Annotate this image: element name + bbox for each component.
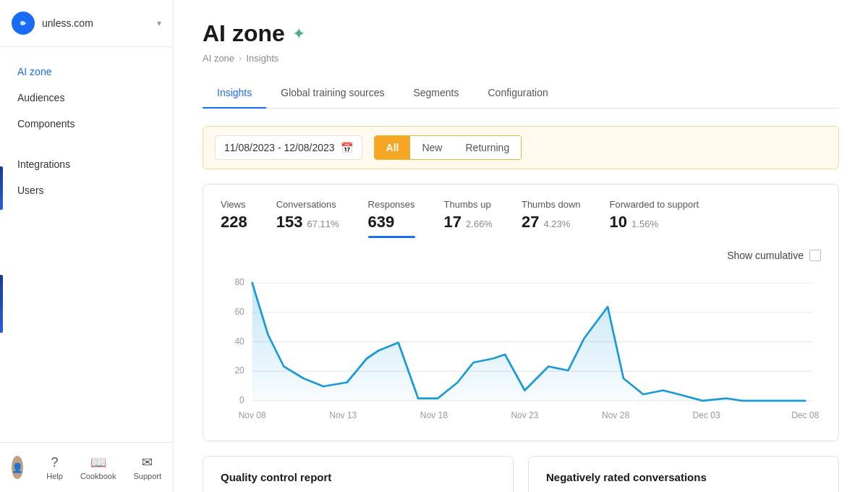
support-label: Support bbox=[133, 472, 161, 480]
svg-text:60: 60 bbox=[234, 307, 244, 317]
app-logo bbox=[12, 12, 35, 35]
sidebar-nav: AI zone Audiences Components Integration… bbox=[0, 47, 173, 442]
cumulative-checkbox[interactable] bbox=[809, 250, 821, 261]
cumulative-row: Show cumulative bbox=[221, 250, 821, 261]
stat-thumbs-up-pct: 2.66% bbox=[466, 219, 493, 229]
stat-responses-value: 639 bbox=[368, 213, 395, 232]
domain-label: unless.com bbox=[42, 17, 150, 29]
tab-segments[interactable]: Segments bbox=[399, 78, 473, 109]
negatively-rated-card: Negatively rated conversations bbox=[528, 456, 839, 492]
quality-control-card: Quality control report bbox=[203, 456, 514, 492]
help-label: Help bbox=[46, 472, 63, 480]
stat-conversations-label: Conversations bbox=[276, 199, 339, 210]
stat-thumbs-up-value: 17 bbox=[444, 213, 461, 232]
sidebar-header[interactable]: unless.com ▾ bbox=[0, 0, 173, 47]
svg-text:Nov 18: Nov 18 bbox=[420, 410, 448, 420]
sparkle-icon: ✦ bbox=[292, 25, 305, 43]
filter-new-btn[interactable]: New bbox=[410, 136, 454, 159]
sidebar-item-components[interactable]: Components bbox=[0, 111, 173, 137]
stat-conversations: Conversations 153 67.11% bbox=[276, 199, 339, 238]
stat-responses: Responses 639 bbox=[368, 199, 415, 238]
calendar-icon: 📅 bbox=[341, 142, 353, 153]
stat-responses-underline bbox=[368, 236, 415, 238]
svg-text:80: 80 bbox=[234, 277, 244, 287]
help-icon: ? bbox=[51, 455, 59, 470]
svg-text:0: 0 bbox=[239, 395, 244, 405]
svg-text:Nov 28: Nov 28 bbox=[602, 410, 629, 420]
tab-configuration[interactable]: Configuration bbox=[473, 78, 562, 109]
sidebar-item-ai-zone[interactable]: AI zone bbox=[0, 59, 173, 85]
sidebar: unless.com ▾ AI zone Audiences Component… bbox=[0, 0, 174, 492]
stat-thumbs-up: Thumbs up 17 2.66% bbox=[444, 199, 493, 238]
cumulative-label: Show cumulative bbox=[727, 250, 804, 261]
user-filter-group: All New Returning bbox=[374, 135, 522, 160]
breadcrumb-root[interactable]: AI zone bbox=[203, 53, 234, 64]
stat-views-label: Views bbox=[221, 199, 247, 210]
stat-forwarded-label: Forwarded to support bbox=[610, 199, 699, 210]
breadcrumb-separator: › bbox=[239, 53, 242, 64]
filter-bar: 11/08/2023 - 12/08/2023 📅 All New Return… bbox=[203, 126, 839, 169]
page-title: AI zone bbox=[203, 20, 285, 47]
stat-thumbs-down-value: 27 bbox=[522, 213, 539, 232]
stat-forwarded-value: 10 bbox=[610, 213, 627, 232]
tab-insights[interactable]: Insights bbox=[203, 78, 266, 109]
sidebar-item-integrations[interactable]: Integrations bbox=[0, 151, 173, 177]
cookbook-label: Cookbook bbox=[80, 472, 116, 480]
svg-text:Dec 08: Dec 08 bbox=[791, 410, 819, 420]
stats-card: Views 228 Conversations 153 67.11% Respo… bbox=[203, 184, 839, 441]
svg-text:Nov 08: Nov 08 bbox=[239, 410, 266, 420]
tab-global-training[interactable]: Global training sources bbox=[266, 78, 399, 109]
svg-text:Nov 13: Nov 13 bbox=[329, 410, 357, 420]
sidebar-accent-bottom bbox=[0, 275, 3, 333]
bottom-cards: Quality control report Negatively rated … bbox=[203, 456, 839, 492]
sidebar-item-users[interactable]: Users bbox=[0, 177, 173, 203]
page-header: AI zone ✦ bbox=[203, 20, 839, 47]
stat-thumbs-down-label: Thumbs down bbox=[522, 199, 581, 210]
sidebar-item-audiences[interactable]: Audiences bbox=[0, 85, 173, 111]
stat-responses-label: Responses bbox=[368, 199, 415, 210]
chevron-down-icon: ▾ bbox=[157, 18, 161, 28]
stat-views: Views 228 bbox=[221, 199, 247, 238]
stat-conversations-value: 153 bbox=[276, 213, 303, 232]
filter-all-btn[interactable]: All bbox=[375, 136, 411, 159]
stat-forwarded: Forwarded to support 10 1.56% bbox=[610, 199, 699, 238]
chart-svg: 80 60 40 20 0 Nov 08 Nov 13 bbox=[221, 267, 821, 426]
footer-support[interactable]: ✉ Support bbox=[133, 454, 161, 480]
date-range-picker[interactable]: 11/08/2023 - 12/08/2023 📅 bbox=[215, 135, 362, 160]
support-icon: ✉ bbox=[142, 454, 153, 470]
negatively-rated-title: Negatively rated conversations bbox=[546, 471, 707, 483]
stats-row: Views 228 Conversations 153 67.11% Respo… bbox=[221, 199, 821, 238]
stat-conversations-pct: 67.11% bbox=[307, 219, 339, 229]
cookbook-icon: 📖 bbox=[90, 454, 106, 470]
footer-cookbook[interactable]: 📖 Cookbook bbox=[80, 454, 116, 480]
svg-text:Dec 03: Dec 03 bbox=[693, 410, 720, 420]
date-range-value: 11/08/2023 - 12/08/2023 bbox=[224, 142, 335, 153]
footer-help[interactable]: ? Help bbox=[46, 455, 63, 480]
quality-control-title: Quality control report bbox=[221, 471, 331, 483]
filter-returning-btn[interactable]: Returning bbox=[454, 136, 521, 159]
svg-text:40: 40 bbox=[234, 336, 244, 347]
stat-thumbs-up-label: Thumbs up bbox=[444, 199, 493, 210]
tabs-nav: Insights Global training sources Segment… bbox=[203, 78, 839, 109]
stat-thumbs-down: Thumbs down 27 4.23% bbox=[522, 199, 581, 238]
stat-thumbs-down-pct: 4.23% bbox=[543, 219, 570, 229]
breadcrumb-current: Insights bbox=[246, 53, 278, 64]
breadcrumb: AI zone › Insights bbox=[203, 53, 839, 64]
stat-forwarded-pct: 1.56% bbox=[631, 219, 658, 229]
chart-container: 80 60 40 20 0 Nov 08 Nov 13 bbox=[221, 267, 821, 426]
sidebar-accent-top bbox=[0, 166, 3, 210]
sidebar-footer: 👤 ? Help 📖 Cookbook ✉ Support bbox=[0, 442, 173, 492]
stat-views-value: 228 bbox=[221, 213, 247, 232]
main-content: AI zone ✦ AI zone › Insights Insights Gl… bbox=[174, 0, 868, 492]
svg-text:20: 20 bbox=[234, 365, 244, 376]
avatar: 👤 bbox=[12, 456, 23, 479]
svg-text:Nov 23: Nov 23 bbox=[511, 410, 538, 420]
